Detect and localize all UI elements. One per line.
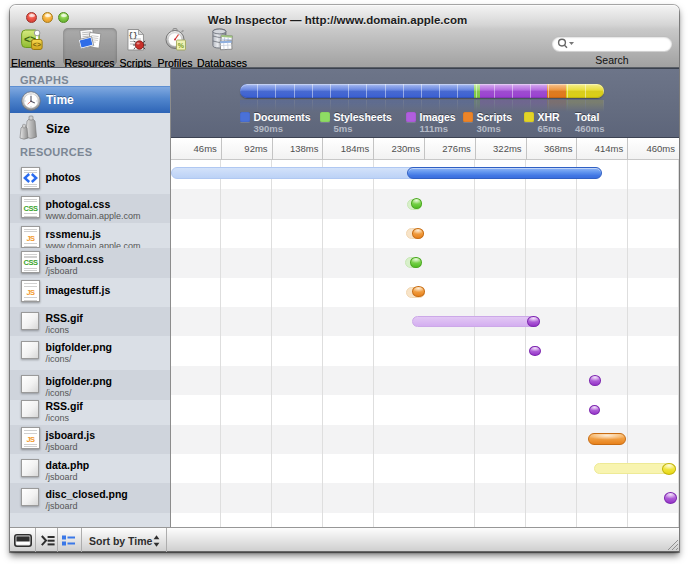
svg-text:<>: <> <box>33 41 41 48</box>
svg-text:%: % <box>177 42 184 49</box>
svg-text:{}: {} <box>128 31 137 39</box>
